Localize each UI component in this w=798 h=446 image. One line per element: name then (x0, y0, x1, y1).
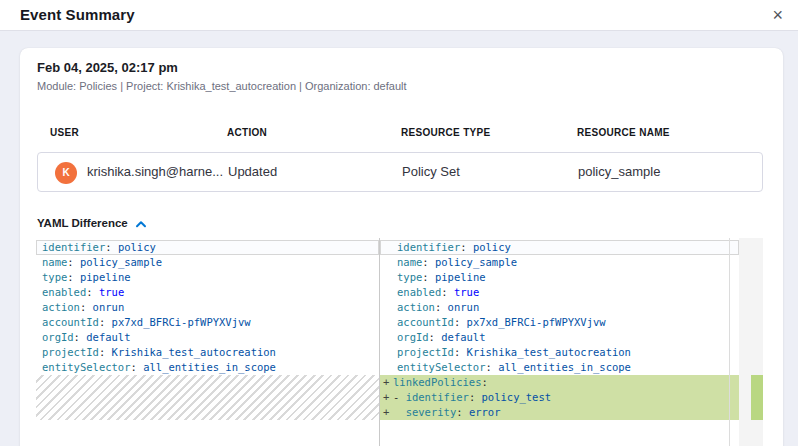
code-line: +- identifier: policy_test (380, 390, 739, 405)
code-line: entitySelector: all_entities_in_scope (36, 360, 379, 375)
code-line: accountId: px7xd_BFRCi-pfWPYXVjvw (380, 315, 739, 330)
diff-insert-marker (751, 375, 763, 420)
code-line: orgId: default (380, 330, 739, 345)
event-timestamp: Feb 04, 2025, 02:17 pm (37, 60, 178, 75)
code-line: identifier: policy (36, 240, 379, 255)
code-line: entitySelector: all_entities_in_scope (380, 360, 739, 375)
diff-modified-pane[interactable]: identifier: policyname: policy_sampletyp… (380, 238, 739, 446)
close-icon[interactable]: × (772, 3, 783, 27)
code-line: name: policy_sample (36, 255, 379, 270)
resource-type-cell: Policy Set (402, 153, 460, 191)
yaml-diff-editor: identifier: policyname: policy_sampletyp… (36, 238, 763, 446)
chevron-up-icon (135, 220, 147, 228)
yaml-difference-toggle[interactable] (135, 219, 147, 228)
code-line: orgId: default (36, 330, 379, 345)
insert-indicator-icon: + (383, 375, 389, 390)
code-line: projectId: Krishika_test_autocreation (380, 345, 739, 360)
diff-scrollbar-track[interactable] (729, 238, 730, 446)
diff-overview-ruler[interactable] (739, 238, 763, 446)
avatar: K (55, 162, 77, 184)
code-line: enabled: true (380, 285, 739, 300)
user-cell: krishika.singh@harne... (87, 153, 223, 191)
resource-name-cell: policy_sample (578, 153, 660, 191)
insert-indicator-icon: + (383, 390, 389, 405)
code-line: action: onrun (380, 300, 739, 315)
code-line: +linkedPolicies: (380, 375, 739, 390)
action-cell: Updated (228, 153, 277, 191)
code-line: enabled: true (36, 285, 379, 300)
code-line: type: pipeline (380, 270, 739, 285)
insert-indicator-icon: + (383, 405, 389, 420)
diff-modified-lines: identifier: policyname: policy_sampletyp… (380, 238, 739, 420)
modal-header: Event Summary × (0, 0, 798, 31)
event-metadata: Module: Policies | Project: Krishika_tes… (37, 80, 407, 92)
yaml-difference-section-header: YAML Difference (37, 217, 147, 229)
event-summary-card: Feb 04, 2025, 02:17 pm Module: Policies … (20, 48, 783, 446)
column-header-action: ACTION (227, 127, 267, 138)
code-line: action: onrun (36, 300, 379, 315)
column-header-resource-type: RESOURCE TYPE (401, 127, 490, 138)
yaml-difference-label: YAML Difference (37, 217, 128, 229)
code-line: projectId: Krishika_test_autocreation (36, 345, 379, 360)
code-line: type: pipeline (36, 270, 379, 285)
diff-original-lines: identifier: policyname: policy_sampletyp… (36, 238, 379, 375)
diff-original-pane[interactable]: identifier: policyname: policy_sampletyp… (36, 238, 379, 446)
column-header-resource-name: RESOURCE NAME (577, 127, 670, 138)
page-title: Event Summary (20, 6, 135, 23)
diff-collapsed-region-hatch (36, 375, 379, 420)
code-line: name: policy_sample (380, 255, 739, 270)
code-line: accountId: px7xd_BFRCi-pfWPYXVjvw (36, 315, 379, 330)
code-line: identifier: policy (380, 240, 739, 255)
table-row: K krishika.singh@harne... Updated Policy… (37, 152, 763, 192)
column-header-user: USER (50, 127, 79, 138)
code-line: + severity: error (380, 405, 739, 420)
